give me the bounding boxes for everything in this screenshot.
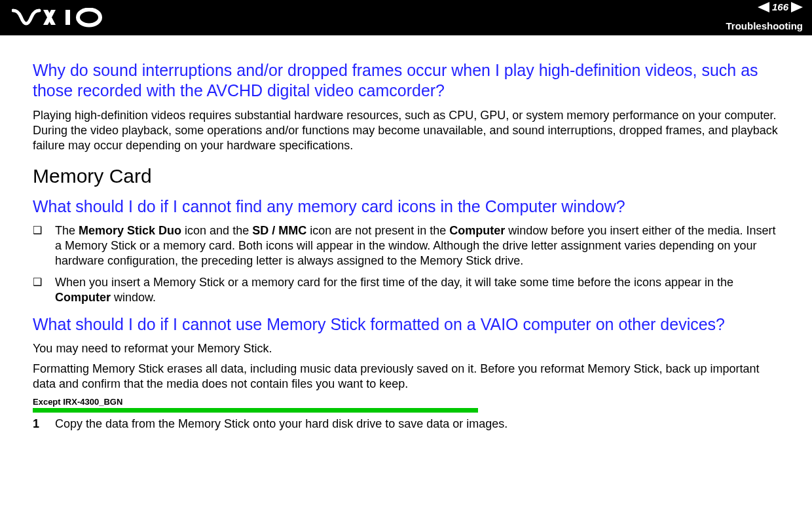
header-bar: 166 Troubleshooting (0, 0, 812, 35)
step-number: 1 (33, 417, 55, 432)
bullet-icon: ❑ (33, 223, 55, 269)
list-item: ❑ When you insert a Memory Stick or a me… (33, 275, 779, 305)
question-heading-3: What should I do if I cannot use Memory … (33, 314, 779, 335)
bullet-icon: ❑ (33, 275, 55, 305)
section-heading: Memory Card (33, 165, 779, 187)
list-item-text: The Memory Stick Duo icon and the SD / M… (55, 223, 779, 269)
vaio-logo (12, 8, 110, 28)
list-item: ❑ The Memory Stick Duo icon and the SD /… (33, 223, 779, 269)
page-navigation: 166 (758, 1, 803, 12)
page-number: 166 (771, 1, 790, 12)
nav-prev-icon[interactable] (758, 2, 769, 12)
question-heading-2: What should I do if I cannot find any me… (33, 196, 779, 217)
step-row: 1 Copy the data from the Memory Stick on… (33, 417, 779, 432)
svg-point-3 (78, 10, 100, 26)
answer-paragraph-1: Playing high-definition videos requires … (33, 108, 779, 153)
bullet-list: ❑ The Memory Stick Duo icon and the SD /… (33, 223, 779, 305)
answer-paragraph-3a: You may need to reformat your Memory Sti… (33, 341, 779, 356)
step-text: Copy the data from the Memory Stick onto… (55, 417, 507, 432)
section-name: Troubleshooting (726, 20, 803, 31)
question-heading-1: Why do sound interruptions and/or droppe… (33, 60, 779, 102)
note-label: Except IRX-4300_BGN (33, 397, 779, 407)
svg-rect-2 (65, 10, 70, 25)
page-content: Why do sound interruptions and/or droppe… (0, 35, 812, 432)
nav-next-icon[interactable] (791, 2, 803, 12)
answer-paragraph-3b: Formatting Memory Stick erases all data,… (33, 362, 779, 392)
green-divider (33, 408, 478, 413)
list-item-text: When you insert a Memory Stick or a memo… (55, 275, 779, 305)
